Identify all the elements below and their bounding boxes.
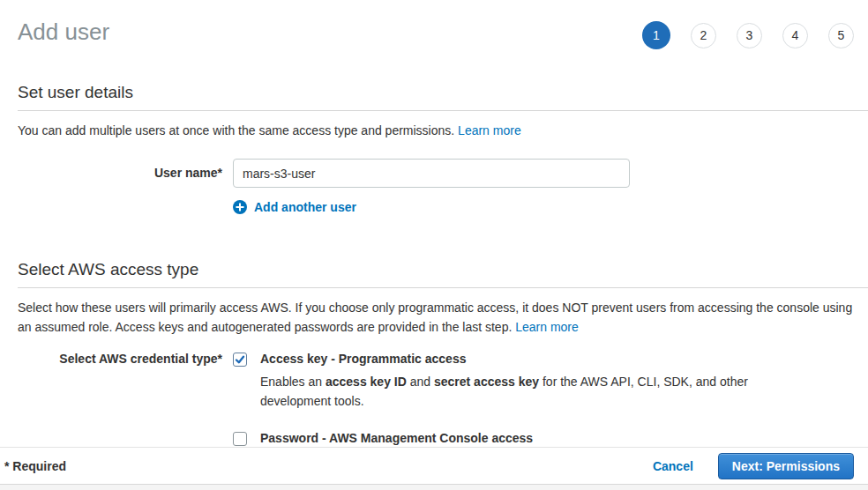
page-header: Add user 1 2 3 4 5 <box>0 0 868 49</box>
step-circle-3: 3 <box>737 23 762 48</box>
username-input[interactable] <box>233 159 630 188</box>
console-access-title: Password - AWS Management Console access <box>260 431 718 446</box>
step-circle-4: 4 <box>782 23 808 48</box>
section-divider <box>18 110 868 111</box>
wizard-footer: * Required Cancel Next: Permissions <box>0 447 868 484</box>
access-type-heading: Select AWS access type <box>18 260 868 279</box>
access-type-intro-text: Select how these users will primarily ac… <box>18 301 852 334</box>
programmatic-access-checkbox[interactable] <box>233 353 247 367</box>
username-label: User name* <box>18 159 222 188</box>
learn-more-link-user-details[interactable]: Learn more <box>458 123 521 137</box>
page-bottom-strip <box>0 484 868 490</box>
user-details-heading: Set user details <box>18 83 868 102</box>
learn-more-link-access-type[interactable]: Learn more <box>515 320 579 334</box>
step-circle-5: 5 <box>828 23 854 48</box>
checkmark-icon <box>235 354 245 365</box>
option-programmatic-access: Access key - Programmatic access Enables… <box>233 352 868 411</box>
add-another-user-link[interactable]: Add another user <box>233 200 356 214</box>
add-another-user-label: Add another user <box>254 200 356 214</box>
cancel-button[interactable]: Cancel <box>653 459 693 473</box>
required-note: * Required <box>4 459 653 473</box>
username-row: User name* <box>18 159 868 188</box>
page-title: Add user <box>18 18 109 46</box>
step-circle-2: 2 <box>691 23 716 48</box>
user-details-intro-text: You can add multiple users at once with … <box>18 123 454 137</box>
console-access-checkbox[interactable] <box>233 432 247 446</box>
access-type-intro: Select how these users will primarily ac… <box>18 298 868 337</box>
user-details-intro: You can add multiple users at once with … <box>18 121 868 140</box>
programmatic-access-title: Access key - Programmatic access <box>260 352 754 367</box>
next-permissions-button[interactable]: Next: Permissions <box>718 453 854 479</box>
plus-circle-icon <box>233 200 247 214</box>
programmatic-access-description: Enables an access key ID and secret acce… <box>260 372 754 411</box>
section-divider <box>18 287 868 288</box>
progress-steps: 1 2 3 4 5 <box>642 21 854 49</box>
section-user-details: Set user details You can add multiple us… <box>18 83 868 217</box>
step-circle-1: 1 <box>642 21 670 49</box>
